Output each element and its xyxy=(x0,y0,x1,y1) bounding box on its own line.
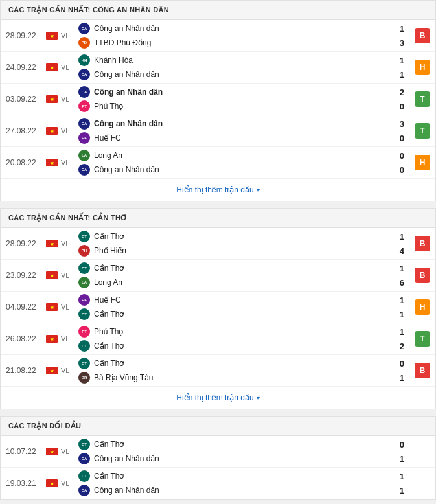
team-name: Cần Thơ xyxy=(94,472,391,481)
vietnam-flag-icon: ★ xyxy=(46,367,58,374)
team-line: CTCần Thơ1 xyxy=(78,307,409,321)
section-doi-dau: CÁC TRẬN ĐỐI ĐẦU10.07.22★VLCTCần Thơ0CAC… xyxy=(0,416,436,500)
result-badge: B xyxy=(415,363,430,378)
team-logo-icon: CT xyxy=(78,340,90,352)
team-name: Phú Thọ xyxy=(94,327,391,336)
result-badge-col: B xyxy=(409,20,435,51)
section-header: CÁC TRẬN GẦN NHẤT: CÔNG AN NHÂN DÂN xyxy=(1,1,435,20)
team-logo-icon: CT xyxy=(78,470,90,482)
team-name: Cần Thơ xyxy=(94,264,391,273)
match-league: ★VL xyxy=(45,323,78,354)
match-block: 21.08.22★VLCTCần Thơ0BRBà Rịa Vũng Tàu1B xyxy=(1,355,435,387)
league-label: VL xyxy=(61,448,69,455)
teams-col: PTPhú Thọ1CTCần Thơ2 xyxy=(78,323,409,354)
team-score: 1 xyxy=(391,472,409,481)
team-logo-icon: BR xyxy=(78,372,90,384)
result-badge: T xyxy=(415,91,430,107)
team-line: CTCần Thơ1 xyxy=(78,261,409,275)
team-line: PTPhú Thọ1 xyxy=(78,325,409,339)
team-name: Cần Thơ xyxy=(94,440,391,449)
vietnam-flag-icon: ★ xyxy=(46,448,58,455)
result-badge-col: B xyxy=(409,355,435,386)
teams-col: CTCần Thơ1PHPhố Hiến4 xyxy=(78,228,409,259)
team-logo-icon: CT xyxy=(78,358,90,369)
match-league: ★VL xyxy=(45,436,78,467)
result-badge-col: H xyxy=(409,52,435,83)
team-name: Phú Thọ xyxy=(94,102,391,111)
match-block: 20.08.22★VLLALong An0CACông an Nhân dân0… xyxy=(1,147,435,179)
team-line: CTCần Thơ1 xyxy=(78,469,409,483)
match-block: 28.09.22★VLCTCần Thơ1PHPhố Hiến4B xyxy=(1,228,435,260)
team-line: CTCần Thơ1 xyxy=(78,229,409,244)
teams-col: KHKhánh Hòa1CACông an Nhân dân1 xyxy=(78,52,409,83)
team-score: 3 xyxy=(391,38,409,48)
match-league: ★VL xyxy=(45,228,78,259)
match-block: 23.09.22★VLCTCần Thơ1LALong An6B xyxy=(1,260,435,292)
team-score: 0 xyxy=(391,359,409,369)
team-line: PDTTBD Phú Đồng3 xyxy=(78,36,409,50)
team-score: 4 xyxy=(391,246,409,256)
team-name: Khánh Hòa xyxy=(94,56,391,65)
vietnam-flag-icon: ★ xyxy=(46,63,58,71)
result-badge-col: T xyxy=(409,323,435,354)
team-score: 1 xyxy=(391,373,409,383)
match-block: 26.08.22★VLPTPhú Thọ1CTCần Thơ2T xyxy=(1,323,435,355)
match-league: ★VL xyxy=(45,260,78,291)
result-badge: H xyxy=(415,299,430,315)
team-name: Bà Rịa Vũng Tàu xyxy=(94,373,391,382)
team-score: 1 xyxy=(391,56,409,65)
team-score: 1 xyxy=(391,486,409,496)
league-label: VL xyxy=(61,159,69,166)
league-label: VL xyxy=(61,127,69,135)
team-line: PTPhú Thọ0 xyxy=(78,99,409,113)
team-name: Công an Nhân dân xyxy=(94,165,391,174)
league-label: VL xyxy=(61,479,69,487)
teams-col: LALong An0CACông an Nhân dân0 xyxy=(78,147,409,178)
show-more-button[interactable]: Hiển thị thêm trận đấu▾ xyxy=(1,387,435,409)
team-logo-icon: CT xyxy=(78,262,90,274)
result-badge: B xyxy=(415,28,430,43)
match-block: 28.09.22★VLCACông an Nhân dân1PDTTBD Phú… xyxy=(1,20,435,52)
team-logo-icon: CA xyxy=(78,485,90,496)
team-line: CTCần Thơ2 xyxy=(78,339,409,353)
team-name: Công an Nhân dân xyxy=(94,87,391,97)
result-badge: B xyxy=(415,236,430,251)
vietnam-flag-icon: ★ xyxy=(46,479,58,487)
team-score: 1 xyxy=(391,454,409,464)
league-label: VL xyxy=(61,63,69,71)
match-league: ★VL xyxy=(45,147,78,178)
match-date: 24.09.22 xyxy=(1,52,45,83)
team-logo-icon: CT xyxy=(78,308,90,320)
match-date: 03.09.22 xyxy=(1,84,45,115)
team-line: PHPhố Hiến4 xyxy=(78,244,409,258)
team-line: CTCần Thơ0 xyxy=(78,356,409,371)
team-line: CACông an Nhân dân0 xyxy=(78,163,409,177)
teams-col: CTCần Thơ0BRBà Rịa Vũng Tàu1 xyxy=(78,355,409,386)
team-score: 0 xyxy=(391,165,409,175)
result-badge-col: B xyxy=(409,228,435,259)
match-league: ★VL xyxy=(45,292,78,323)
league-label: VL xyxy=(61,303,69,311)
match-date: 23.09.22 xyxy=(1,260,45,291)
show-more-button[interactable]: Hiển thị thêm trận đấu▾ xyxy=(1,179,435,201)
teams-col: CTCần Thơ1CACông an Nhân dân1 xyxy=(78,468,409,499)
team-name: TTBD Phú Đồng xyxy=(94,38,391,47)
team-line: CTCần Thơ0 xyxy=(78,437,409,452)
team-score: 3 xyxy=(391,119,409,129)
match-date: 26.08.22 xyxy=(1,323,45,354)
team-name: Công an Nhân dân xyxy=(94,454,391,463)
match-date: 21.08.22 xyxy=(1,355,45,386)
team-name: Cần Thơ xyxy=(94,341,391,350)
team-name: Long An xyxy=(94,278,391,287)
league-label: VL xyxy=(61,271,69,279)
result-badge: H xyxy=(415,155,430,170)
team-logo-icon: CA xyxy=(78,23,90,34)
vietnam-flag-icon: ★ xyxy=(46,271,58,279)
team-name: Huế FC xyxy=(94,133,391,143)
league-label: VL xyxy=(61,335,69,343)
team-logo-icon: PD xyxy=(78,37,90,49)
team-name: Công an Nhân dân xyxy=(94,486,391,495)
teams-col: CTCần Thơ0CACông an Nhân dân1 xyxy=(78,436,409,467)
team-line: CACông an Nhân dân1 xyxy=(78,483,409,498)
match-block: 24.09.22★VLKHKhánh Hòa1CACông an Nhân dâ… xyxy=(1,52,435,84)
